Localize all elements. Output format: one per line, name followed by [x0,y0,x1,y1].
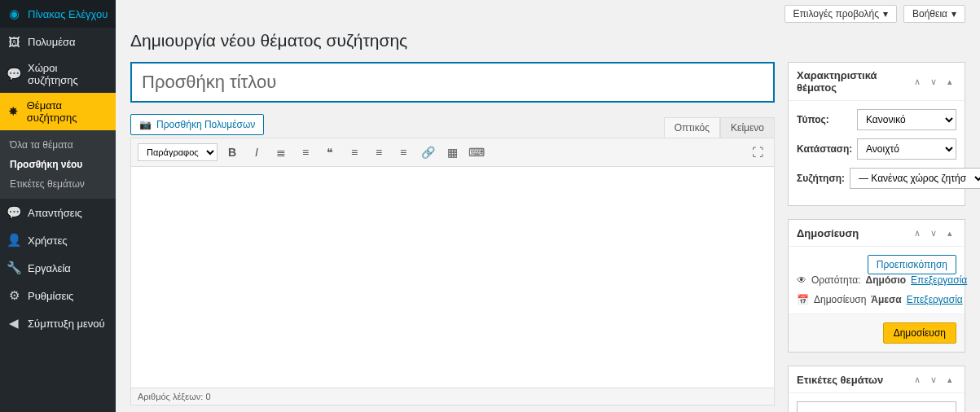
sidebar-item-media[interactable]: 🖼 Πολυμέσα [0,28,116,55]
toggle-button[interactable]: ▴ [943,373,956,386]
admin-sidebar: ◉ Πίνακας Ελέγχου 🖼 Πολυμέσα 💬 Χώροι συζ… [0,0,116,412]
topic-attributes-box: Χαρακτηριστικά θέματος ∧ ∨ ▴ Τύπος: Κανο… [788,62,965,206]
format-select[interactable]: Παράγραφος [138,143,218,161]
sub-topic-tags[interactable]: Ετικέτες θεμάτων [0,174,116,194]
sub-all-topics[interactable]: Όλα τα θέματα [0,135,116,155]
gear-icon: ⚙ [7,288,21,303]
help-button[interactable]: Βοήθεια ▾ [903,5,965,23]
tab-visual[interactable]: Οπτικός [664,117,720,138]
sidebar-item-label: Χώροι συζήτησης [28,62,109,86]
sidebar-item-replies[interactable]: 💬 Απαντήσεις [0,199,116,226]
more-icon: ▦ [447,146,458,159]
publish-box: Δημοσίευση ∧ ∨ ▴ Προεπισκόπηση 👁 Ορατότη… [788,219,965,353]
chevron-down-icon: ▾ [951,8,956,20]
status-select[interactable]: Ανοιχτό [857,138,956,160]
align-left-icon: ≡ [351,146,358,159]
move-up-button[interactable]: ∧ [911,75,924,88]
fullscreen-button[interactable]: ⛶ [748,142,767,162]
publish-button[interactable]: Δημοσίευση [883,322,956,344]
chevron-down-icon: ▾ [883,8,888,20]
editor-toolbar: Παράγραφος B I ≣ ≡ ❝ ≡ ≡ ≡ 🔗 ▦ ⌨ ⛶ [130,138,775,167]
visibility-value: Δημόσιο [866,274,907,286]
sidebar-submenu: Όλα τα θέματα Προσθήκη νέου Ετικέτες θεμ… [0,130,116,199]
toggle-button[interactable]: ▴ [943,75,956,88]
editor-status-bar: Αριθμός λέξεων: 0 [130,388,775,405]
quote-button[interactable]: ❝ [320,142,340,162]
sidebar-item-tools[interactable]: 🔧 Εργαλεία [0,254,116,282]
user-icon: 👤 [7,233,21,248]
forum-label: Συζήτηση: [797,173,845,184]
screen-meta: Επιλογές προβολής ▾ Βοήθεια ▾ [130,0,965,28]
align-center-icon: ≡ [376,146,382,159]
toggle-button[interactable]: ▴ [943,226,956,239]
keyboard-icon: ⌨ [468,146,485,159]
bullet-list-button[interactable]: ≣ [271,142,291,162]
screen-options-label: Επιλογές προβολής [793,8,880,20]
wrench-icon: 🔧 [7,261,21,275]
reply-icon: 💬 [7,205,21,220]
tag-input[interactable] [797,401,956,412]
eye-icon: 👁 [797,274,806,286]
sidebar-item-label: Θέματα συζήτησης [27,99,109,124]
edit-schedule-link[interactable]: Επεξεργασία [907,294,963,305]
help-label: Βοήθεια [912,8,947,20]
move-down-button[interactable]: ∨ [927,75,940,88]
preview-button[interactable]: Προεπισκόπηση [868,255,956,274]
italic-icon: I [255,146,258,159]
number-list-button[interactable]: ≡ [296,142,315,162]
sidebar-item-settings[interactable]: ⚙ Ρυθμίσεις [0,282,116,309]
italic-button[interactable]: I [247,142,266,162]
move-up-button[interactable]: ∧ [911,226,924,239]
page-title: Δημιουργία νέου θέματος συζήτησης [130,31,965,50]
toolbar-toggle-button[interactable]: ⌨ [467,142,486,162]
type-select[interactable]: Κανονικό [857,109,956,130]
sidebar-item-dashboard[interactable]: ◉ Πίνακας Ελέγχου [0,0,116,28]
screen-options-button[interactable]: Επιλογές προβολής ▾ [784,5,898,23]
align-center-button[interactable]: ≡ [369,142,389,162]
gauge-icon: ◉ [7,7,21,21]
list-ol-icon: ≡ [302,146,309,159]
calendar-icon: 📅 [797,294,809,305]
publish-label: Δημοσίευση [814,294,866,305]
media-icon: 🖼 [7,34,21,49]
sidebar-item-label: Απαντήσεις [28,207,82,219]
move-down-button[interactable]: ∨ [927,373,940,386]
list-ul-icon: ≣ [276,146,286,159]
more-button[interactable]: ▦ [442,142,462,162]
bold-button[interactable]: B [222,142,242,162]
editor-content[interactable] [130,167,775,388]
sidebar-item-users[interactable]: 👤 Χρήστες [0,226,116,254]
edit-visibility-link[interactable]: Επεξεργασία [911,274,967,286]
sidebar-item-label: Πίνακας Ελέγχου [28,8,108,20]
align-right-button[interactable]: ≡ [393,142,413,162]
forum-select[interactable]: — Κανένας χώρος ζητήσ [850,168,980,189]
sidebar-item-label: Εργαλεία [28,262,71,274]
tab-text[interactable]: Κείμενο [720,117,775,138]
box-title: Χαρακτηριστικά θέματος [797,69,911,94]
publish-value: Άμεσα [871,294,901,305]
sidebar-item-topics[interactable]: ✸ Θέματα συζήτησης [0,93,116,130]
move-down-button[interactable]: ∨ [927,226,940,239]
sub-add-new[interactable]: Προσθήκη νέου [0,155,116,174]
box-title: Δημοσίευση [797,227,859,239]
word-count-label: Αριθμός λέξεων: [138,392,203,401]
align-right-icon: ≡ [400,146,407,159]
type-label: Τύπος: [797,114,852,125]
title-input[interactable] [130,62,775,103]
link-button[interactable]: 🔗 [418,142,437,162]
word-count-value: 0 [205,392,210,401]
quote-icon: ❝ [327,146,333,159]
sidebar-item-label: Χρήστες [28,234,68,247]
add-media-button[interactable]: 📷 Προσθήκη Πολυμέσων [130,114,264,135]
visibility-label: Ορατότητα: [811,274,861,286]
fullscreen-icon: ⛶ [752,146,763,159]
sidebar-item-forums[interactable]: 💬 Χώροι συζήτησης [0,55,116,93]
box-title: Ετικέτες θεμάτων [797,374,883,386]
main-content: Επιλογές προβολής ▾ Βοήθεια ▾ Δημιουργία… [116,0,980,412]
bold-icon: B [228,146,236,159]
sidebar-item-collapse[interactable]: ◀ Σύμπτυξη μενού [0,309,116,337]
align-left-button[interactable]: ≡ [345,142,364,162]
move-up-button[interactable]: ∧ [911,373,924,386]
topic-tags-box: Ετικέτες θεμάτων ∧ ∨ ▴ Προσθήκη [788,366,965,412]
add-media-label: Προσθήκη Πολυμέσων [156,119,255,130]
